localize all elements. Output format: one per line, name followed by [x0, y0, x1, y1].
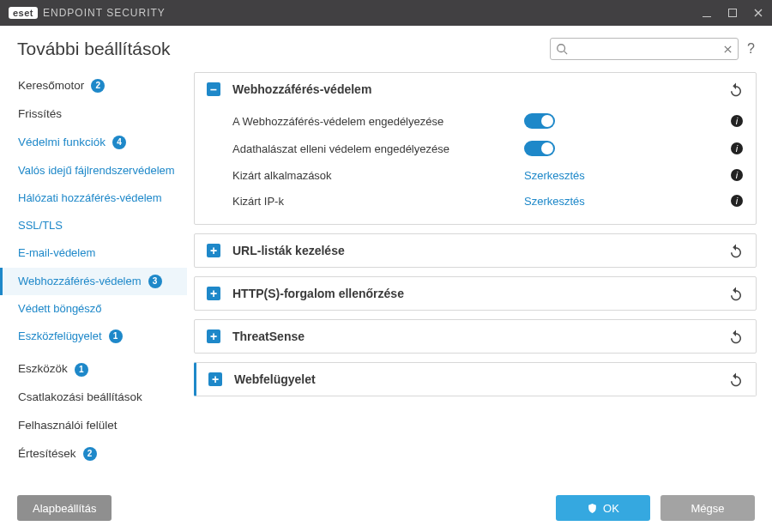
sidebar: Keresőmotor 2 Frissítés Védelmi funkciók…: [0, 69, 187, 477]
svg-line-3: [564, 51, 568, 55]
sidebar-item-web-access-protection[interactable]: Webhozzáférés-védelem 3: [0, 268, 187, 295]
panel-title: Webfelügyelet: [234, 372, 728, 386]
help-icon[interactable]: ?: [747, 41, 755, 57]
sidebar-item-label: Hálózati hozzáférés-védelem: [18, 191, 162, 205]
count-badge: 2: [91, 79, 105, 93]
sidebar-item-protections[interactable]: Védelmi funkciók 4: [0, 129, 187, 157]
page-title: További beállítások: [17, 39, 171, 59]
sidebar-item-label: Keresőmotor: [18, 79, 84, 94]
info-icon[interactable]: i: [730, 168, 744, 182]
search-input[interactable]: [568, 43, 723, 55]
sidebar-item-update[interactable]: Frissítés: [0, 100, 187, 129]
sidebar-item-email-protection[interactable]: E-mail-védelem: [0, 239, 187, 267]
sidebar-item-user-interface[interactable]: Felhasználói felület: [0, 412, 187, 440]
panel-header[interactable]: + HTTP(S)-forgalom ellenőrzése: [195, 277, 756, 310]
minimize-button[interactable]: [702, 8, 712, 18]
panel-web-access-protection: – Webhozzáférés-védelem A Webhozzáférés-…: [194, 72, 757, 225]
sidebar-item-label: E-mail-védelem: [18, 246, 95, 260]
toggle-switch[interactable]: [524, 113, 555, 129]
setting-label: Adathalászat elleni védelem engedélyezés…: [232, 142, 524, 155]
sidebar-item-label: Védett böngésző: [18, 302, 102, 316]
sidebar-item-device-control[interactable]: Eszközfelügyelet 1: [0, 323, 187, 350]
window-controls: [702, 8, 763, 18]
sidebar-item-network-access[interactable]: Hálózati hozzáférés-védelem: [0, 184, 187, 212]
sidebar-item-ssl-tls[interactable]: SSL/TLS: [0, 212, 187, 239]
count-badge: 3: [148, 275, 162, 288]
main-content: – Webhozzáférés-védelem A Webhozzáférés-…: [187, 69, 772, 477]
revert-icon[interactable]: [728, 82, 744, 97]
sidebar-item-label: Felhasználói felület: [18, 419, 118, 433]
sidebar-item-label: Frissítés: [18, 107, 62, 122]
setting-label: Kizárt IP-k: [232, 195, 524, 208]
sidebar-item-label: Értesítések: [18, 447, 76, 462]
info-icon[interactable]: i: [730, 142, 744, 155]
collapse-icon[interactable]: –: [207, 82, 220, 96]
setting-label: A Webhozzáférés-védelem engedélyezése: [232, 115, 524, 128]
sidebar-item-engine[interactable]: Keresőmotor 2: [0, 72, 187, 100]
setting-row-excluded-apps: Kizárt alkalmazások Szerkesztés i: [232, 162, 744, 188]
count-badge: 4: [112, 136, 126, 149]
svg-rect-0: [703, 16, 711, 17]
sidebar-item-label: SSL/TLS: [18, 219, 63, 233]
sidebar-item-protected-browser[interactable]: Védett böngésző: [0, 295, 187, 323]
info-icon[interactable]: i: [730, 194, 744, 208]
cancel-button[interactable]: Mégse: [660, 495, 755, 521]
svg-point-2: [558, 45, 565, 52]
panel-body: A Webhozzáférés-védelem engedélyezése i …: [195, 106, 756, 224]
panel-header[interactable]: + ThreatSense: [195, 320, 756, 353]
ok-button[interactable]: OK: [556, 495, 650, 521]
sidebar-item-connection-settings[interactable]: Csatlakozási beállítások: [0, 384, 187, 412]
panel-https-traffic: + HTTP(S)-forgalom ellenőrzése: [194, 276, 757, 311]
edit-link[interactable]: Szerkesztés: [524, 195, 585, 208]
panel-title: ThreatSense: [232, 329, 728, 343]
revert-icon[interactable]: [728, 243, 744, 258]
button-label: Alapbeállítás: [33, 502, 96, 515]
product-name: ENDPOINT SECURITY: [43, 7, 166, 19]
panel-header[interactable]: + Webfelügyelet: [196, 363, 756, 396]
close-button[interactable]: [753, 8, 763, 18]
sidebar-item-label: Eszközfelügyelet: [18, 329, 102, 343]
revert-icon[interactable]: [728, 372, 744, 387]
setting-row-excluded-ips: Kizárt IP-k Szerkesztés i: [232, 188, 744, 214]
sidebar-item-tools[interactable]: Eszközök 1: [0, 355, 187, 384]
button-label: OK: [603, 502, 619, 515]
shield-icon: [587, 503, 598, 514]
panel-url-lists: + URL-listák kezelése: [194, 233, 757, 268]
sidebar-item-notifications[interactable]: Értesítések 2: [0, 440, 187, 469]
info-icon[interactable]: i: [730, 114, 744, 128]
search-clear-icon[interactable]: [723, 45, 733, 54]
logo-badge: eset: [9, 7, 38, 19]
count-badge: 1: [109, 329, 123, 343]
setting-row-enable-antiphishing: Adathalászat elleni védelem engedélyezés…: [232, 135, 744, 162]
count-badge: 1: [75, 363, 88, 377]
expand-icon[interactable]: +: [208, 372, 222, 386]
panel-header[interactable]: + URL-listák kezelése: [195, 234, 756, 267]
sidebar-item-label: Eszközök: [18, 362, 68, 377]
maximize-button[interactable]: [727, 8, 738, 18]
button-label: Mégse: [691, 502, 724, 515]
expand-icon[interactable]: +: [207, 287, 220, 300]
panel-title: HTTP(S)-forgalom ellenőrzése: [232, 287, 728, 300]
revert-icon[interactable]: [728, 286, 744, 301]
sidebar-item-label: Csatlakozási beállítások: [18, 390, 142, 405]
sidebar-item-realtime-fs[interactable]: Valós idejű fájlrendszervédelem: [0, 157, 187, 184]
panel-title: URL-listák kezelése: [232, 244, 728, 257]
panel-web-monitoring: + Webfelügyelet: [194, 362, 757, 396]
sidebar-item-label: Védelmi funkciók: [18, 136, 106, 150]
expand-icon[interactable]: +: [207, 329, 220, 343]
count-badge: 2: [83, 447, 97, 461]
panel-title: Webhozzáférés-védelem: [232, 82, 728, 96]
expand-icon[interactable]: +: [207, 244, 220, 257]
default-settings-button[interactable]: Alapbeállítás: [17, 495, 112, 521]
svg-rect-1: [729, 9, 737, 17]
edit-link[interactable]: Szerkesztés: [524, 169, 585, 182]
page-header: További beállítások ?: [0, 26, 772, 69]
sidebar-item-label: Valós idejű fájlrendszervédelem: [18, 164, 175, 178]
toggle-switch[interactable]: [524, 141, 555, 156]
setting-label: Kizárt alkalmazások: [232, 169, 524, 182]
search-box[interactable]: [550, 38, 739, 60]
revert-icon[interactable]: [728, 329, 744, 344]
panel-header[interactable]: – Webhozzáférés-védelem: [195, 73, 756, 106]
sidebar-item-label: Webhozzáférés-védelem: [18, 275, 142, 288]
search-icon: [556, 43, 568, 55]
